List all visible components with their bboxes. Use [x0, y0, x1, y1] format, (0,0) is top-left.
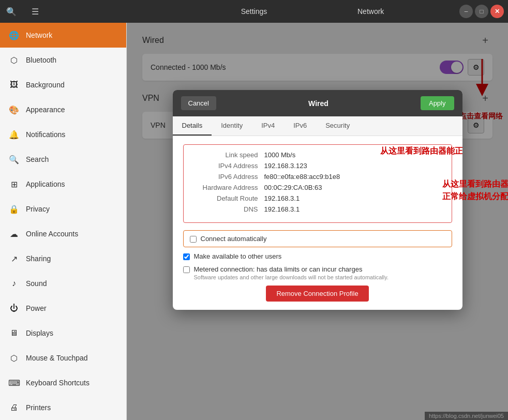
sidebar-label-appearance: Appearance — [26, 106, 65, 114]
titlebar-search-btn[interactable]: 🔍 — [0, 0, 23, 23]
app-title: Settings — [241, 7, 267, 16]
background-icon: 🖼 — [8, 79, 20, 91]
close-button[interactable]: ✕ — [490, 5, 504, 18]
make-available-label[interactable]: Make available to other users — [194, 252, 282, 260]
dialog-apply-button[interactable]: Apply — [421, 96, 454, 110]
sidebar-label-privacy: Privacy — [26, 205, 50, 213]
sidebar-label-background: Background — [26, 81, 65, 89]
network-info-box: Link speed 1000 Mb/s IPv4 Address 192.16… — [183, 144, 452, 223]
metered-row: Metered connection: has data limits or c… — [183, 265, 452, 280]
sidebar-label-sharing: Sharing — [26, 254, 51, 263]
sidebar-item-background[interactable]: 🖼 Background — [0, 72, 126, 97]
sidebar-item-printers[interactable]: 🖨 Printers — [0, 395, 126, 420]
wired-dialog: Cancel Wired Apply Details Identity IPv4… — [173, 90, 462, 310]
sidebar-label-applications: Applications — [26, 180, 65, 188]
sidebar-item-network[interactable]: 🌐 Network — [0, 23, 126, 48]
sidebar-item-sharing[interactable]: ↗ Sharing — [0, 246, 126, 271]
content-area: Wired + Connected - 1000 Mb/s ⚙ VPN + VP… — [127, 23, 508, 420]
sidebar: 🌐 Network ⬡ Bluetooth 🖼 Background 🎨 App… — [0, 23, 127, 420]
sidebar-item-appearance[interactable]: 🎨 Appearance — [0, 97, 126, 122]
dialog-cancel-button[interactable]: Cancel — [181, 96, 216, 110]
link-speed-label: Link speed — [192, 151, 264, 159]
remove-profile-button[interactable]: Remove Connection Profile — [266, 286, 368, 302]
online-accounts-icon: ☁ — [8, 228, 20, 239]
make-available-row: Make available to other users — [183, 252, 452, 260]
minimize-button[interactable]: – — [459, 5, 473, 18]
sidebar-item-privacy[interactable]: 🔒 Privacy — [0, 197, 126, 221]
ipv6-label: IPv6 Address — [192, 173, 264, 181]
default-route-value: 192.168.3.1 — [264, 194, 300, 202]
dialog-title: Wired — [308, 99, 328, 108]
dialog-header: Cancel Wired Apply — [173, 90, 462, 116]
sidebar-label-search: Search — [26, 155, 49, 163]
link-speed-value: 1000 Mb/s — [264, 151, 296, 159]
connect-auto-row: Connect automatically — [183, 230, 452, 247]
printers-icon: 🖨 — [8, 402, 20, 413]
dialog-body: Link speed 1000 Mb/s IPv4 Address 192.16… — [173, 136, 462, 310]
sidebar-item-notifications[interactable]: 🔔 Notifications — [0, 122, 126, 147]
connect-auto-label[interactable]: Connect automatically — [201, 235, 267, 243]
sidebar-item-applications[interactable]: ⊞ Applications — [0, 172, 126, 197]
default-route-label: Default Route — [192, 194, 264, 202]
window-controls: – □ ✕ — [459, 5, 508, 18]
appearance-icon: 🎨 — [8, 104, 20, 115]
sidebar-label-printers: Printers — [26, 403, 51, 412]
sidebar-item-search[interactable]: 🔍 Search — [0, 147, 126, 172]
power-icon: ⏻ — [8, 303, 20, 314]
sidebar-item-online-accounts[interactable]: ☁ Online Accounts — [0, 221, 126, 246]
tab-security[interactable]: Security — [316, 116, 359, 136]
privacy-icon: 🔒 — [8, 203, 20, 215]
sidebar-label-keyboard-shortcuts: Keyboard Shortcuts — [26, 379, 89, 387]
metered-checkbox[interactable] — [183, 266, 190, 273]
sidebar-item-sound[interactable]: ♪ Sound — [0, 271, 126, 296]
window-title: Network — [357, 7, 384, 16]
ipv4-label: IPv4 Address — [192, 162, 264, 170]
sidebar-item-displays[interactable]: 🖥 Displays — [0, 321, 126, 346]
menu-icon: ☰ — [32, 7, 39, 17]
sidebar-label-sound: Sound — [26, 279, 47, 288]
applications-icon: ⊞ — [8, 178, 20, 190]
search-icon: 🔍 — [6, 7, 17, 17]
network-icon: 🌐 — [8, 29, 20, 41]
sharing-icon: ↗ — [8, 253, 20, 264]
ipv4-value: 192.168.3.123 — [264, 162, 307, 170]
bluetooth-icon: ⬡ — [8, 54, 20, 66]
sidebar-item-keyboard-shortcuts[interactable]: ⌨ Keyboard Shortcuts — [0, 370, 126, 395]
sidebar-label-online-accounts: Online Accounts — [26, 230, 78, 238]
keyboard-icon: ⌨ — [8, 377, 20, 388]
sidebar-item-bluetooth[interactable]: ⬡ Bluetooth — [0, 48, 126, 72]
main-layout: 🌐 Network ⬡ Bluetooth 🖼 Background 🎨 App… — [0, 23, 508, 420]
titlebar: 🔍 ☰ Settings Network – □ ✕ — [0, 0, 508, 23]
mouse-icon: ⬡ — [8, 352, 20, 364]
tab-ipv6[interactable]: IPv6 — [284, 116, 316, 136]
sidebar-label-mouse-touchpad: Mouse & Touchpad — [26, 354, 88, 362]
sound-icon: ♪ — [8, 278, 20, 289]
default-route-row: Default Route 192.168.3.1 — [192, 194, 443, 202]
sidebar-label-network: Network — [26, 31, 52, 39]
notifications-icon: 🔔 — [8, 129, 20, 140]
hw-label: Hardware Address — [192, 184, 264, 191]
sidebar-label-bluetooth: Bluetooth — [26, 56, 56, 64]
ipv6-value: fe80::e0fa:e88:acc9:b1e8 — [264, 173, 340, 181]
link-speed-row: Link speed 1000 Mb/s — [192, 151, 443, 159]
sidebar-item-mouse-touchpad[interactable]: ⬡ Mouse & Touchpad — [0, 346, 126, 370]
sidebar-item-power[interactable]: ⏻ Power — [0, 296, 126, 321]
make-available-checkbox[interactable] — [183, 253, 190, 260]
tab-details[interactable]: Details — [173, 116, 212, 136]
ipv6-row: IPv6 Address fe80::e0fa:e88:acc9:b1e8 — [192, 173, 443, 181]
tab-identity[interactable]: Identity — [212, 116, 252, 136]
connect-auto-checkbox[interactable] — [190, 236, 197, 243]
displays-icon: 🖥 — [8, 327, 20, 339]
search-sidebar-icon: 🔍 — [8, 154, 20, 165]
tab-ipv4[interactable]: IPv4 — [252, 116, 284, 136]
ipv4-row: IPv4 Address 192.168.3.123 — [192, 162, 443, 170]
metered-label[interactable]: Metered connection: has data limits or c… — [194, 265, 363, 273]
maximize-button[interactable]: □ — [475, 5, 488, 18]
sidebar-label-notifications: Notifications — [26, 130, 65, 139]
sidebar-label-displays: Displays — [26, 329, 53, 337]
titlebar-menu-btn[interactable]: ☰ — [27, 3, 43, 20]
metered-sublabel: Software updates and other large downloa… — [194, 274, 389, 280]
dialog-tabs: Details Identity IPv4 IPv6 Security — [173, 116, 462, 136]
hw-value: 00:0C:29:CA:0B:63 — [264, 184, 322, 191]
hw-row: Hardware Address 00:0C:29:CA:0B:63 — [192, 184, 443, 191]
